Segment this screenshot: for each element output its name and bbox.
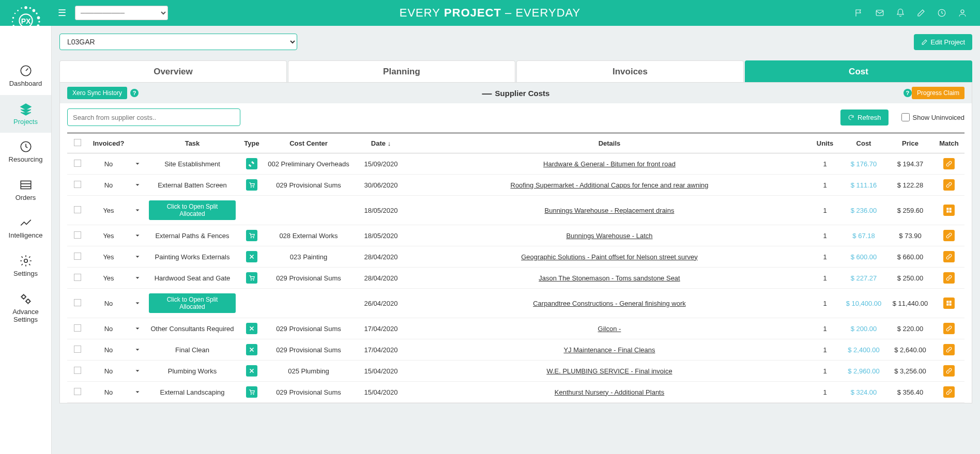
col-date[interactable]: Date ↓	[353, 133, 409, 153]
cost-cell[interactable]: $ 67.18	[852, 232, 875, 240]
match-link-icon[interactable]	[943, 365, 955, 377]
sidebar-item-advance-settings[interactable]: AdvanceSettings	[0, 285, 51, 331]
match-split-icon[interactable]	[943, 298, 955, 309]
details-link[interactable]: Jason The Stonemason - Toms sandstone Se…	[539, 274, 680, 282]
col-match[interactable]: Match	[933, 133, 964, 153]
col-details[interactable]: Details	[409, 133, 809, 153]
expand-row-icon[interactable]	[132, 252, 143, 262]
match-link-icon[interactable]	[943, 323, 955, 334]
edit-icon[interactable]	[916, 8, 926, 18]
sidebar-item-settings[interactable]: Settings	[0, 247, 51, 285]
details-link[interactable]: Hardware & General - Bitumen for front r…	[543, 160, 676, 168]
collapse-icon[interactable]: —	[482, 88, 492, 98]
sidebar-item-projects[interactable]: Projects	[0, 95, 51, 133]
col-task[interactable]: Task	[146, 133, 239, 153]
cost-cell[interactable]: $ 2,960.00	[848, 367, 879, 375]
show-uninvoiced-checkbox[interactable]	[901, 113, 910, 121]
cost-cell[interactable]: $ 227.27	[851, 274, 877, 282]
details-link[interactable]: Geographic Solutions - Paint offset for …	[521, 253, 698, 261]
cost-cell[interactable]: $ 200.00	[851, 325, 877, 333]
row-checkbox[interactable]	[74, 160, 81, 167]
sidebar-item-intelligence[interactable]: Intelligence	[0, 209, 51, 247]
expand-row-icon[interactable]	[132, 298, 143, 308]
details-link[interactable]: Gilcon -	[598, 325, 621, 333]
cost-cell[interactable]: $ 324.00	[851, 388, 877, 396]
match-link-icon[interactable]	[943, 344, 955, 355]
cost-cell[interactable]: $ 236.00	[851, 207, 877, 214]
project-dropdown[interactable]: L03GAR	[59, 34, 297, 50]
details-link[interactable]: Bunnings Warehouse - Latch	[566, 232, 652, 240]
row-checkbox[interactable]	[74, 388, 81, 395]
details-link[interactable]: YJ Maintenance - Final Cleans	[563, 346, 655, 354]
match-link-icon[interactable]	[943, 272, 955, 284]
details-link[interactable]: W.E. PLUMBING SERVICE - Final invoice	[546, 367, 672, 375]
bell-icon[interactable]	[896, 8, 905, 18]
cost-cell[interactable]: $ 2,400.00	[848, 346, 879, 354]
match-link-icon[interactable]	[943, 158, 955, 169]
tab-row: OverviewPlanningInvoicesCost	[59, 60, 972, 82]
help-icon[interactable]: ?	[130, 89, 139, 97]
expand-row-icon[interactable]	[132, 273, 143, 283]
col-type[interactable]: Type	[239, 133, 265, 153]
open-split-allocated-button[interactable]: Click to Open Split Allocated	[149, 200, 236, 220]
expand-row-icon[interactable]	[132, 323, 143, 334]
details-link[interactable]: Kenthurst Nursery - Additional Plants	[555, 388, 664, 396]
cost-cell[interactable]: $ 10,400.00	[846, 300, 882, 307]
svg-point-3	[33, 9, 36, 12]
expand-row-icon[interactable]	[132, 345, 143, 355]
col-select[interactable]	[67, 133, 88, 153]
xero-sync-history-button[interactable]: Xero Sync History	[67, 87, 127, 99]
open-split-allocated-button[interactable]: Click to Open Split Allocated	[149, 293, 236, 313]
sidebar-item-orders[interactable]: Orders	[0, 171, 51, 209]
search-input[interactable]	[67, 108, 240, 126]
details-link[interactable]: Carpandtree Constructions - General fini…	[533, 300, 686, 307]
sidebar-item-dashboard[interactable]: Dashboard	[0, 57, 51, 95]
match-link-icon[interactable]	[943, 251, 955, 262]
cost-cell[interactable]: $ 176.70	[851, 160, 877, 168]
col-invoiced[interactable]: Invoiced?	[88, 133, 129, 153]
expand-row-icon[interactable]	[132, 230, 143, 241]
row-checkbox[interactable]	[74, 274, 81, 281]
show-uninvoiced-toggle[interactable]: Show Uninvoiced	[901, 113, 964, 121]
match-split-icon[interactable]	[943, 205, 955, 216]
details-link[interactable]: Roofing Supermarket - Additional Capps f…	[511, 181, 709, 189]
match-link-icon[interactable]	[943, 230, 955, 241]
row-checkbox[interactable]	[74, 231, 81, 239]
edit-project-button[interactable]: Edit Project	[914, 34, 972, 50]
col-cost[interactable]: Cost	[840, 133, 887, 153]
refresh-button[interactable]: Refresh	[840, 109, 889, 126]
flag-icon[interactable]	[854, 8, 864, 18]
tab-invoices[interactable]: Invoices	[516, 60, 744, 82]
expand-row-icon[interactable]	[132, 180, 143, 190]
expand-row-icon[interactable]	[132, 366, 143, 376]
match-link-icon[interactable]	[943, 386, 955, 398]
row-checkbox[interactable]	[74, 346, 81, 353]
progress-claim-button[interactable]: Progress Claim	[912, 87, 964, 99]
user-icon[interactable]	[958, 8, 967, 18]
expand-row-icon[interactable]	[132, 387, 143, 397]
header-project-select[interactable]: ──────────	[75, 6, 168, 20]
row-checkbox[interactable]	[74, 367, 81, 374]
sidebar-item-resourcing[interactable]: Resourcing	[0, 133, 51, 171]
row-checkbox[interactable]	[74, 324, 81, 332]
tab-overview[interactable]: Overview	[59, 60, 287, 82]
expand-row-icon[interactable]	[132, 159, 143, 169]
row-checkbox[interactable]	[74, 206, 81, 213]
cost-cell[interactable]: $ 600.00	[851, 253, 877, 261]
row-checkbox[interactable]	[74, 299, 81, 306]
mail-icon[interactable]	[875, 8, 884, 18]
tab-planning[interactable]: Planning	[288, 60, 515, 82]
menu-toggle-icon[interactable]: ☰	[52, 7, 72, 19]
match-link-icon[interactable]	[943, 179, 955, 191]
col-units[interactable]: Units	[809, 133, 840, 153]
clock-icon[interactable]	[937, 8, 946, 18]
cost-cell[interactable]: $ 111.16	[851, 181, 877, 189]
expand-row-icon[interactable]	[132, 205, 143, 215]
row-checkbox[interactable]	[74, 181, 81, 188]
details-link[interactable]: Bunnings Warehouse - Replacement drains	[545, 207, 675, 214]
help-icon[interactable]: ?	[904, 89, 912, 97]
row-checkbox[interactable]	[74, 253, 81, 260]
tab-cost[interactable]: Cost	[745, 60, 972, 82]
col-price[interactable]: Price	[887, 133, 933, 153]
col-cost-center[interactable]: Cost Center	[265, 133, 353, 153]
